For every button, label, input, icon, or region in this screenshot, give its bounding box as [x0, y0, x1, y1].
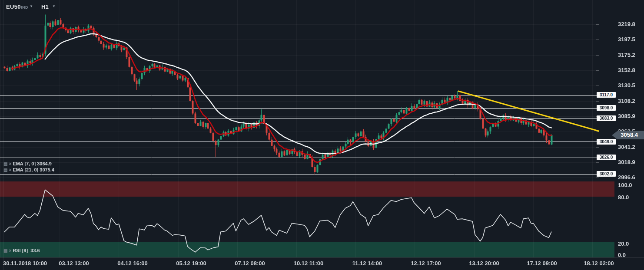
time-tick-label: 17.12 09:00 — [527, 260, 557, 267]
indicator-remove-icon[interactable]: × — [9, 167, 11, 173]
level-price-tag[interactable]: 3098.0 — [597, 105, 616, 111]
level-price-tag[interactable]: 3117.0 — [597, 92, 616, 98]
indicator-name: EMA — [13, 167, 23, 172]
time-tick-label: 04.12 16:00 — [117, 260, 147, 267]
rsi-scale-label: 100.0 — [618, 182, 632, 189]
indicator-value: 33.6 — [30, 248, 40, 253]
indicator-remove-icon[interactable]: × — [9, 248, 11, 254]
level-price-tag[interactable]: 3049.0 — [597, 139, 616, 145]
indicator-params: [21, 0] — [24, 167, 38, 172]
indicator-name: EMA — [13, 161, 23, 166]
level-price-tag[interactable]: 3002.0 — [597, 171, 616, 177]
time-tick-label: 05.12 19:00 — [176, 260, 206, 267]
indicator-remove-icon[interactable]: × — [9, 161, 11, 167]
symbol-label: EU50 — [6, 3, 21, 10]
level-price-tag[interactable]: 3083.0 — [597, 115, 616, 121]
price-chart-canvas[interactable] — [0, 0, 644, 270]
rsi-scale-label: 0.0 — [618, 252, 626, 259]
timeframe-dropdown-caret-icon[interactable]: ▼ — [52, 4, 56, 8]
level-price-tag[interactable]: 3026.0 — [597, 155, 616, 160]
time-tick-label: 30.11.2018 10:00 — [3, 260, 47, 267]
price-tick-label: 3219.8 — [618, 21, 635, 28]
price-tick-label: 2996.6 — [618, 174, 635, 181]
timeframe-selector[interactable]: H1 — [41, 3, 49, 10]
ema-fast-legend: ▤×EMA [7, 0] 3064.9 — [3, 161, 52, 167]
rsi-legend: ▤×RSI [9] 33.6 — [3, 248, 40, 254]
time-tick-label: 03.12 13:00 — [59, 260, 89, 267]
indicator-params: [7, 0] — [24, 161, 36, 166]
trading-chart-panel: EU50 IND ▼ H1 ▼ ▤×EMA [7, 0] 3064.9 ▤×EM… — [0, 0, 644, 270]
price-tick-label: 3018.9 — [618, 159, 635, 166]
price-tick-label: 3152.8 — [618, 67, 635, 74]
indicator-settings-icon[interactable]: ▤ — [3, 161, 7, 167]
indicator-value: 3075.4 — [40, 167, 54, 172]
indicator-settings-icon[interactable]: ▤ — [3, 167, 7, 173]
current-price-value: 3058.4 — [621, 132, 638, 138]
time-tick-label: 13.12 20:00 — [469, 260, 499, 267]
indicator-settings-icon[interactable]: ▤ — [3, 248, 7, 254]
rsi-scale-label: 80.0 — [618, 194, 629, 201]
price-tick-label: 3108.2 — [618, 98, 635, 105]
price-tick-label: 3041.2 — [618, 144, 635, 151]
current-price-badge: 3058.4 — [612, 131, 644, 139]
time-tick-label: 07.12 08:00 — [235, 260, 265, 267]
indicator-params: [9] — [22, 248, 28, 253]
symbol-dropdown-caret-icon[interactable]: ▼ — [30, 4, 33, 8]
time-tick-label: 11.12 14:00 — [352, 260, 382, 267]
price-tick-label: 3085.9 — [618, 113, 635, 120]
ema-slow-legend: ▤×EMA [21, 0] 3075.4 — [3, 167, 54, 173]
indicator-value: 3064.9 — [37, 161, 52, 166]
instrument-type-label: IND — [21, 5, 28, 10]
price-tick-label: 3197.5 — [618, 36, 635, 43]
time-tick-label: 18.12 02:00 — [584, 260, 614, 267]
price-tick-label: 3130.5 — [618, 82, 635, 89]
time-tick-label: 12.12 17:00 — [411, 260, 441, 267]
indicator-name: RSI — [13, 248, 20, 253]
rsi-scale-label: 20.0 — [618, 240, 629, 247]
time-tick-label: 10.12 11:00 — [294, 260, 324, 267]
price-tick-label: 3175.2 — [618, 52, 635, 59]
